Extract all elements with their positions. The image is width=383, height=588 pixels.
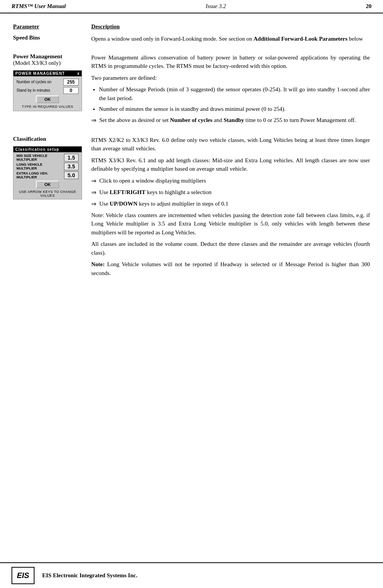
pm-standby-label: Stand by in minutes	[16, 88, 50, 92]
cls-mid-label: MID SIZE VEHICLE MULTIPLIER	[16, 154, 59, 161]
header-page-number: 20	[366, 3, 371, 10]
list-item: Number of minutes the sensor is in stand…	[99, 105, 370, 114]
page-footer: EIS EIS Electronic Integrated Systems In…	[0, 562, 383, 588]
table-row: Speed Bins Opens a window used only in F…	[12, 32, 371, 49]
cls-box-body: MID SIZE VEHICLE MULTIPLIER 1.5 LONG VEH…	[13, 152, 82, 199]
header-title: RTMS™ User Manual	[12, 3, 66, 10]
cls-note1: Note: Vehicle class counters are increme…	[91, 211, 370, 237]
pm-cycles-row: Number of cycles on 255	[16, 79, 79, 86]
bold-updown: UP/DOWN	[110, 201, 138, 207]
bold-standby: Standby	[224, 117, 244, 123]
table-row: Classification Classification setup MID …	[12, 130, 371, 283]
pm-standby-value[interactable]: 0	[63, 87, 79, 94]
arrow-icon: ⇒	[91, 116, 96, 125]
bold-cycles: Number of cycles	[170, 117, 213, 123]
pm-box-title: POWER MANAGEMENT x	[13, 71, 82, 76]
classification-ui-box: Classification setup MID SIZE VEHICLE MU…	[13, 146, 82, 199]
bold-leftright: LEFT/RIGHT	[110, 189, 145, 195]
main-content: Parameter Description Speed Bins Opens a…	[0, 13, 383, 290]
cls-long-row: LONG VEHICLE MULTIPLIER 3.5	[16, 163, 79, 170]
cls-note3: Note: Long Vehicle volumes will not be r…	[91, 260, 370, 277]
param-power-mgmt-sub: (Model X3/K3 only)	[13, 60, 61, 66]
cls-arrow-3: ⇒ Use UP/DOWN keys to adjust multiplier …	[91, 199, 370, 209]
cls-long-value[interactable]: 3.5	[64, 163, 79, 170]
bold-note: Note:	[91, 261, 105, 267]
desc-col-header: Description	[90, 21, 371, 32]
cls-extralong-value[interactable]: 5.0	[64, 171, 79, 179]
param-classification: Classification	[13, 136, 46, 142]
list-item: Number of Message Periods (min of 3 sugg…	[99, 85, 370, 102]
cls-long-label: LONG VEHICLE MULTIPLIER	[16, 163, 59, 170]
arrow-icon: ⇒	[91, 199, 96, 209]
pm-cycles-label: Number of cycles on	[16, 80, 51, 84]
cls-mid-value[interactable]: 1.5	[64, 154, 79, 161]
power-management-ui-box: POWER MANAGEMENT x Number of cycles on 2…	[13, 70, 82, 111]
param-col-header: Parameter	[12, 21, 90, 32]
cls-mid-row: MID SIZE VEHICLE MULTIPLIER 1.5	[16, 154, 79, 161]
pm-cycles-value[interactable]: 255	[63, 79, 79, 86]
cls-ok-button[interactable]: OK	[36, 181, 59, 188]
arrow-icon: ⇒	[91, 188, 96, 197]
table-row: Power Management (Model X3/K3 only) POWE…	[12, 49, 371, 130]
desc-power-mgmt: Power Management allows conservation of …	[91, 53, 370, 125]
footer-company: EIS Electronic Integrated Systems Inc.	[42, 572, 137, 579]
cls-arrow-1: ⇒ Click to open a window displaying mult…	[91, 176, 370, 186]
page-header: RTMS™ User Manual Issue 3.2 20	[0, 0, 383, 13]
pm-close-icon[interactable]: x	[77, 71, 80, 76]
cls-footer-text: USE ARROW KEYS TO CHANGE VALUES	[16, 190, 79, 198]
arrow-icon: ⇒	[91, 176, 96, 186]
desc-speed-bins: Opens a window used only in Forward-Look…	[91, 35, 370, 43]
pm-footer-text: TYPE IN REQUIRED VALUES	[16, 105, 79, 109]
eis-logo: EIS	[12, 567, 35, 584]
param-speed-bins: Speed Bins	[13, 35, 40, 41]
pm-bullets-list: Number of Message Periods (min of 3 sugg…	[99, 85, 370, 114]
pm-standby-row: Stand by in minutes 0	[16, 87, 79, 94]
param-power-mgmt: Power Management (Model X3/K3 only)	[13, 53, 82, 66]
bold-additional: Additional Forward-Look Parameters	[253, 36, 347, 42]
pm-box-body: Number of cycles on 255 Stand by in minu…	[13, 76, 82, 111]
pm-ok-button[interactable]: OK	[36, 96, 59, 103]
cls-extralong-label: EXTRA LONG VEH. MULTIPLIER	[16, 171, 59, 179]
cls-box-title: Classification setup	[13, 147, 82, 152]
desc-classification: RTMS X2/K2 to X3/K3 Rev. 6.0 define only…	[91, 136, 370, 278]
params-table: Parameter Description Speed Bins Opens a…	[12, 21, 371, 283]
cls-note2: All classes are included in the volume c…	[91, 240, 370, 257]
header-issue: Issue 3.2	[205, 3, 226, 10]
pm-arrow-item: ⇒ Set the above as desired or set Number…	[91, 116, 370, 125]
cls-extralong-row: EXTRA LONG VEH. MULTIPLIER 5.0	[16, 171, 79, 179]
cls-arrow-2: ⇒ Use LEFT/RIGHT keys to highlight a sel…	[91, 188, 370, 197]
